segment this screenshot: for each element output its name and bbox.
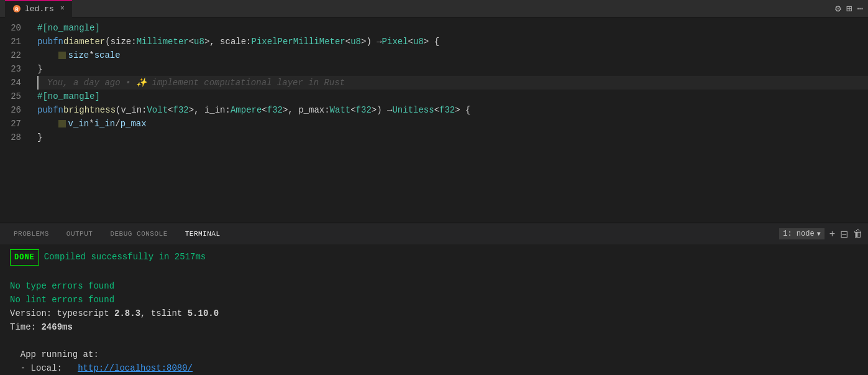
editor-area: 20 21 22 23 24 25 26 27 28 #[no_mangle] …	[0, 17, 868, 223]
token: <	[434, 103, 439, 117]
token: Volt	[147, 103, 168, 117]
title-bar: R led.rs × ⚙ ⊞ ⋯	[0, 0, 868, 17]
code-line-21: pub fn diameter(size: Millimeter<u8>, sc…	[37, 35, 868, 49]
code-line-26: pub fn brightness(v_in: Volt<f32>, i_in:…	[37, 103, 868, 117]
terminal-line-app-running: App running at:	[10, 348, 858, 361]
panel-tabs: PROBLEMS OUTPUT DEBUG CONSOLE TERMINAL 1…	[0, 223, 868, 244]
token: <	[262, 103, 267, 117]
code-line-25: #[no_mangle]	[37, 90, 868, 103]
token: f32	[267, 103, 283, 117]
code-container: 20 21 22 23 24 25 26 27 28 #[no_mangle] …	[0, 17, 868, 223]
time-value: 2469ms	[41, 322, 72, 332]
token: scale	[94, 49, 121, 62]
terminal-line-done: DONECompiled successfully in 2517ms	[10, 249, 858, 266]
token: }	[37, 131, 42, 144]
tab-label: led.rs	[25, 4, 54, 14]
local-url[interactable]: http://localhost:8080/	[78, 363, 193, 373]
token: > {	[455, 103, 470, 117]
terminal-selector[interactable]: 1: node ▼	[779, 228, 824, 239]
tab-terminal[interactable]: TERMINAL	[176, 223, 229, 245]
token: brightness	[63, 103, 116, 117]
token: f32	[356, 103, 372, 117]
token: v_in	[68, 117, 89, 131]
token: #[no_mangle]	[37, 21, 100, 35]
terminal-line-blank-1	[10, 266, 858, 279]
token: f32	[173, 103, 188, 117]
ln-26: 26	[0, 103, 31, 117]
terminal-line-no-lint: No lint errors found	[10, 293, 858, 307]
kill-terminal-button[interactable]: 🗑	[853, 228, 863, 239]
svg-text:R: R	[15, 7, 19, 13]
terminal-area[interactable]: DONECompiled successfully in 2517ms No t…	[0, 244, 868, 375]
compiled-text: Compiled successfully in 2517ms	[44, 252, 206, 262]
git-blame-text: You, a day ago • ✨ implement computation…	[47, 76, 345, 90]
panel-tab-actions: 1: node ▼ + ⊟ 🗑	[779, 228, 863, 240]
token: /	[115, 117, 120, 131]
terminal-line-version: Version: typescript 2.8.3, tslint 5.10.0	[10, 307, 858, 320]
tab-debug-label: DEBUG CONSOLE	[110, 230, 167, 238]
line-numbers: 20 21 22 23 24 25 26 27 28	[0, 17, 31, 223]
token: >) →	[361, 35, 382, 49]
token: <	[168, 103, 173, 117]
token: <	[189, 35, 194, 49]
code-line-20: #[no_mangle]	[37, 21, 868, 35]
token: >) →	[372, 103, 393, 117]
local-label: - Local:	[10, 363, 78, 373]
code-line-24: You, a day ago • ✨ implement computation…	[37, 76, 868, 90]
token: Pixel	[382, 35, 408, 49]
code-content[interactable]: #[no_mangle] pub fn diameter(size: Milli…	[31, 17, 868, 223]
token: Watt	[330, 103, 351, 117]
terminal-line-blank-2	[10, 334, 858, 348]
token: u8	[413, 35, 424, 49]
split-editor-icon[interactable]: ⊞	[846, 2, 852, 15]
token: size	[68, 49, 89, 62]
token: u8	[194, 35, 204, 49]
ln-22: 22	[0, 49, 31, 62]
token: *	[89, 117, 94, 131]
tab-debug-console[interactable]: DEBUG CONSOLE	[101, 223, 176, 245]
more-icon[interactable]: ⋯	[857, 2, 863, 15]
token: Unitless	[392, 103, 434, 117]
token: diameter	[63, 35, 105, 49]
terminal-selector-label: 1: node	[783, 229, 814, 238]
ln-24: 24	[0, 76, 31, 90]
token: PixelPerMilliMeter	[252, 35, 345, 49]
token	[37, 117, 58, 131]
version-label: Version: typescript	[10, 308, 114, 318]
code-line-27: v_in * i_in / p_max	[37, 117, 868, 131]
add-terminal-button[interactable]: +	[829, 228, 835, 239]
token: fn	[53, 103, 63, 117]
token: *	[89, 49, 94, 62]
tab-output[interactable]: OUTPUT	[58, 223, 102, 245]
rust-icon: R	[12, 4, 21, 13]
tslint-label: , tslint	[140, 308, 188, 318]
customize-icon[interactable]: ⚙	[835, 2, 841, 15]
bottom-section: PROBLEMS OUTPUT DEBUG CONSOLE TERMINAL 1…	[0, 223, 868, 375]
color-swatch	[58, 120, 66, 127]
terminal-line-local: - Local: http://localhost:8080/	[10, 361, 858, 375]
tab-terminal-label: TERMINAL	[185, 230, 221, 238]
token: <	[408, 35, 413, 49]
token: <	[345, 35, 350, 49]
done-badge: DONE	[10, 249, 39, 266]
token: >, p_max:	[283, 103, 330, 117]
token: >, scale:	[204, 35, 252, 49]
token	[37, 49, 58, 62]
token: >, i_in:	[189, 103, 231, 117]
terminal-line-time: Time: 2469ms	[10, 320, 858, 334]
ln-20: 20	[0, 21, 31, 35]
token: <	[350, 103, 355, 117]
tab-close-button[interactable]: ×	[60, 4, 65, 13]
token: (size:	[105, 35, 136, 49]
code-line-28: }	[37, 131, 868, 144]
editor-tab[interactable]: R led.rs ×	[5, 0, 72, 17]
token: fn	[53, 35, 63, 49]
tab-problems[interactable]: PROBLEMS	[5, 223, 58, 245]
tab-problems-label: PROBLEMS	[14, 230, 49, 238]
ln-21: 21	[0, 35, 31, 49]
chevron-down-icon: ▼	[817, 231, 821, 238]
split-terminal-button[interactable]: ⊟	[840, 228, 848, 240]
token: Millimeter	[137, 35, 189, 49]
token: }	[37, 62, 42, 76]
ln-23: 23	[0, 62, 31, 76]
